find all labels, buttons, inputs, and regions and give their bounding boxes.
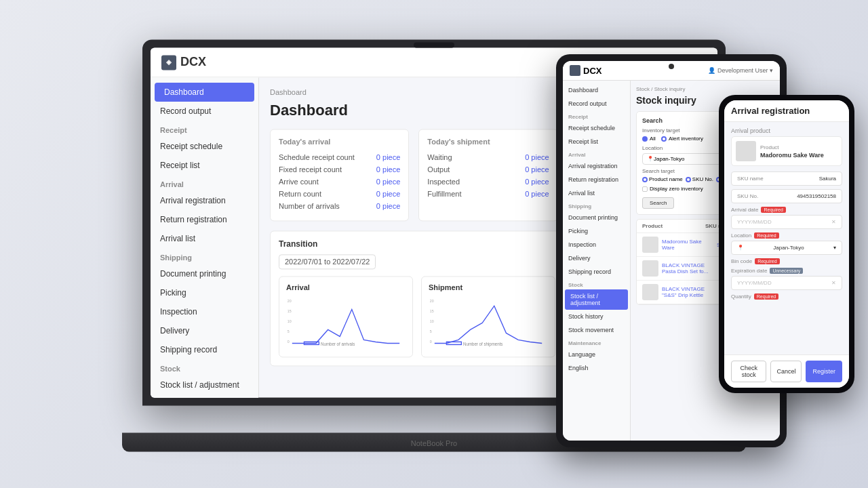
sidebar-item-stock-history[interactable]: Stock history: [151, 394, 258, 397]
svg-text:5: 5: [288, 329, 290, 333]
sidebar-item-arrival-list[interactable]: Arrival list: [151, 229, 258, 248]
tablet-search-sku-no[interactable]: SKU No.: [686, 176, 713, 182]
stat-number-arrivals: Number of arrivals 0 piece: [279, 200, 400, 212]
sidebar-section-arrival: Arrival: [151, 175, 258, 191]
tablet-sidebar-language[interactable]: Language: [563, 348, 630, 361]
phone-quantity-label: Quantity: [731, 293, 751, 300]
tablet-sidebar-picking[interactable]: Picking: [563, 224, 630, 238]
phone-product-field-label: Product: [760, 144, 837, 150]
tablet-sidebar-stock-movement[interactable]: Stock movement: [563, 323, 630, 337]
svg-text:15: 15: [430, 309, 434, 313]
tablet-notch: [669, 64, 674, 69]
tablet-product-link-2[interactable]: BLACK VINTAGE Pasta Dish Set fo...: [662, 262, 708, 274]
tablet-radio-all-dot: [642, 136, 648, 142]
phone-arrival-date-required: Required: [761, 207, 785, 213]
tablet-sidebar-receipt-schedule[interactable]: Receipt schedule: [563, 121, 630, 135]
sidebar-item-delivery[interactable]: Delivery: [151, 321, 258, 340]
svg-text:10: 10: [430, 319, 434, 323]
svg-text:15: 15: [288, 309, 292, 313]
tablet-product-img-1: [642, 237, 658, 253]
tablet-logo: DCX: [570, 65, 601, 76]
tablet-sidebar: Dashboard Record output Receipt Receipt …: [563, 81, 631, 441]
sidebar-item-dashboard[interactable]: Dashboard: [155, 83, 254, 102]
stat-fulfillment: Fulfillment 0 piece: [427, 188, 549, 200]
phone-sku-name-value: Sakura: [819, 176, 836, 182]
tablet-product-link-3[interactable]: BLACK VINTAGE "S&S" Drip Kettle: [662, 286, 705, 298]
sidebar-item-picking[interactable]: Picking: [151, 283, 258, 302]
sidebar-item-receipt-schedule[interactable]: Receipt schedule: [151, 137, 258, 156]
phone-expiration-date-optional: Unnecessary: [770, 268, 803, 274]
sidebar-item-shipping-record[interactable]: Shipping record: [151, 340, 258, 359]
tablet-breadcrumb: Stock / Stock inquiry: [636, 86, 774, 92]
phone-arrival-date-group: Arrival date Required YYYY/MM/DD ✕: [731, 207, 842, 229]
cancel-button[interactable]: Cancel: [770, 361, 802, 382]
shipment-chart-card: Shipment Number of shipments 20 15 10: [421, 276, 555, 357]
phone-expiration-placeholder: YYYY/MM/DD: [737, 280, 772, 286]
phone-expiration-date-label-row: Expiration date Unnecessary: [731, 268, 842, 274]
tablet-logo-icon: [570, 65, 580, 76]
sidebar-section-receipt: Receipt: [151, 121, 258, 137]
tablet-search-sku-dot: [686, 177, 691, 182]
tablet-search-button[interactable]: Search: [642, 197, 674, 209]
register-button[interactable]: Register: [806, 361, 842, 382]
stat-waiting: Waiting 0 piece: [427, 151, 549, 163]
sidebar-item-return-registration[interactable]: Return registration: [151, 210, 258, 229]
tablet-sidebar-stock-history[interactable]: Stock history: [563, 310, 630, 323]
tablet-product-name-1: Madoromu Sake Ware: [662, 239, 713, 251]
phone-expiration-clear-icon[interactable]: ✕: [831, 280, 836, 286]
shipment-stats-title: Today's shipment: [427, 138, 549, 146]
sidebar-item-stock-list[interactable]: Stock list / adjustment: [151, 375, 258, 394]
tablet-sidebar-arrival-reg[interactable]: Arrival registration: [563, 159, 630, 173]
phone-sku-name-row: SKU name Sakura: [731, 171, 842, 186]
svg-text:Number of arrivals: Number of arrivals: [321, 342, 355, 346]
date-range[interactable]: 2022/07/01 to 2022/07/22: [279, 254, 376, 269]
sidebar-item-record-output[interactable]: Record output: [151, 102, 258, 121]
tablet-sidebar-delivery[interactable]: Delivery: [563, 251, 630, 265]
tablet-user-name: Development User: [717, 67, 768, 74]
phone-location-input[interactable]: 📍 Japan-Tokyo ▾: [731, 241, 842, 255]
phone-expiration-date-input[interactable]: YYYY/MM/DD ✕: [731, 276, 842, 290]
phone-product-name: Madoromu Sake Ware: [760, 152, 837, 159]
tablet-sidebar-doc-printing[interactable]: Document printing: [563, 211, 630, 224]
tablet-sidebar-return-reg[interactable]: Return registration: [563, 173, 630, 186]
app-logo-text: DCX: [180, 55, 206, 69]
tablet-radio-all-label: All: [650, 136, 656, 142]
tablet-radio-alert-dot: [661, 136, 667, 142]
phone-arrival-date-clear-icon[interactable]: ✕: [831, 219, 836, 225]
tablet-sidebar-receipt-list[interactable]: Receipt list: [563, 135, 630, 148]
phone-product-image: [736, 141, 756, 161]
stat-schedule-receipt: Schedule receipt count 0 piece: [279, 151, 400, 163]
sidebar-item-receipt-list[interactable]: Receipt list: [151, 156, 258, 175]
tablet-product-link-1[interactable]: Madoromu Sake Ware: [662, 239, 702, 251]
tablet-sidebar-arrival-list[interactable]: Arrival list: [563, 186, 630, 200]
arrival-chart-area: Number of arrivals 20 15 10 5 0: [286, 296, 406, 350]
sidebar-section-shipping: Shipping: [151, 248, 258, 264]
sidebar-item-inspection[interactable]: Inspection: [151, 302, 258, 321]
tablet-sidebar-stock-list[interactable]: Stock list / adjustment: [565, 289, 628, 310]
phone-sku-no-value: 4945319502158: [797, 193, 836, 199]
phone-arrival-date-placeholder: YYYY/MM/DD: [737, 219, 772, 225]
phone-arrival-date-input[interactable]: YYYY/MM/DD ✕: [731, 215, 842, 229]
tablet-logo-text: DCX: [583, 66, 601, 76]
tablet-sidebar-inspection[interactable]: Inspection: [563, 238, 630, 251]
arrival-chart-card: Arrival Number of arrivals 20 15 10: [279, 276, 413, 357]
stat-output: Output 0 piece: [427, 163, 549, 176]
tablet-sidebar-shipping-record[interactable]: Shipping record: [563, 265, 630, 279]
phone-quantity-required: Required: [754, 293, 778, 300]
phone-screen: Arrival registration Arrival product Pro…: [724, 100, 849, 388]
sidebar-item-arrival-registration[interactable]: Arrival registration: [151, 191, 258, 210]
tablet-search-product-name[interactable]: Product name: [642, 176, 683, 182]
tablet-radio-alert[interactable]: Alert inventory: [661, 136, 703, 142]
phone-form: Arrival product Product Madoromu Sake Wa…: [724, 122, 849, 354]
tablet-sidebar-dashboard[interactable]: Dashboard: [563, 83, 630, 97]
check-stock-button[interactable]: Check stock: [731, 361, 766, 382]
tablet-breadcrumb-current: Stock inquiry: [654, 86, 686, 92]
tablet-location-value: Japan-Tokyo: [654, 156, 684, 162]
tablet-sidebar-english[interactable]: English: [563, 361, 630, 375]
sidebar-item-document-printing[interactable]: Document printing: [151, 264, 258, 283]
stat-return-count: Return count 0 piece: [279, 188, 400, 200]
shipment-chart-area: Number of shipments 20 15 10 5 0: [429, 296, 548, 350]
tablet-radio-all[interactable]: All: [642, 136, 656, 142]
tablet-checkbox-box: [642, 186, 648, 192]
tablet-sidebar-record-output[interactable]: Record output: [563, 97, 630, 110]
